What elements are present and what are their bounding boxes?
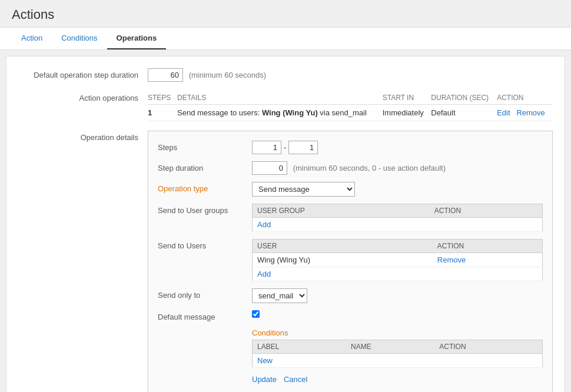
tab-action[interactable]: Action xyxy=(12,28,52,49)
send-only-to-label: Send only to xyxy=(158,288,252,300)
table-row: 1 Send message to users: Wing (Wing Yu) … xyxy=(148,105,553,121)
default-message-label: Default message xyxy=(158,310,252,321)
step-duration-row: Step duration (minimum 60 seconds, 0 - u… xyxy=(158,161,543,175)
step-duration-input[interactable] xyxy=(252,161,287,175)
user-groups-table: USER GROUP ACTION Add xyxy=(252,204,543,232)
cancel-link[interactable]: Cancel xyxy=(284,375,307,384)
conditions-sub-value: Conditions LABEL NAME ACTION xyxy=(252,328,543,384)
update-link[interactable]: Update xyxy=(252,375,277,384)
ug-col-group: USER GROUP xyxy=(253,204,430,218)
conditions-subheader: Conditions xyxy=(252,328,543,337)
ug-col-action: ACTION xyxy=(430,204,543,218)
edit-link[interactable]: Edit xyxy=(497,108,510,117)
operation-type-label: Operation type xyxy=(158,182,252,193)
operation-details-row: Operation details Steps - Ste xyxy=(18,131,553,392)
content-area: Default operation step duration (minimum… xyxy=(6,56,565,392)
step-from-input[interactable] xyxy=(252,141,281,154)
step-duration-hint: (minimum 60 seconds, 0 - use action defa… xyxy=(293,164,446,172)
op-action-links: Update Cancel xyxy=(252,375,543,384)
conditions-sub-row: Conditions LABEL NAME ACTION xyxy=(158,328,543,384)
step-to-input[interactable] xyxy=(288,141,318,154)
cond-new-row: New xyxy=(253,354,543,368)
default-duration-control: (minimum 60 seconds) xyxy=(148,68,553,82)
default-duration-hint: (minimum 60 seconds) xyxy=(189,71,267,79)
steps-label: Steps xyxy=(158,141,252,152)
col-start-in: START IN xyxy=(383,91,431,105)
ug-add-link[interactable]: Add xyxy=(257,220,271,229)
send-to-users-value: USER ACTION Wing (Wing Yu) Remove xyxy=(252,239,543,281)
tab-operations[interactable]: Operations xyxy=(107,28,167,49)
send-only-to-value: send_mail email sms xyxy=(252,288,543,303)
operation-type-value: Send message Send recovery message xyxy=(252,182,543,197)
steps-separator: - xyxy=(284,143,286,152)
default-message-checkbox[interactable] xyxy=(252,310,260,318)
u-add-link[interactable]: Add xyxy=(257,270,271,278)
send-to-users-label: Send to Users xyxy=(158,239,252,250)
user-groups-row: Send to User groups USER GROUP ACTION xyxy=(158,204,543,232)
step-duration-label: Step duration xyxy=(158,161,252,172)
tab-conditions[interactable]: Conditions xyxy=(52,28,107,49)
u-add-cell: Add xyxy=(253,267,543,281)
users-table: USER ACTION Wing (Wing Yu) Remove xyxy=(252,239,543,281)
u-col-action: ACTION xyxy=(433,240,543,253)
operation-details-box: Steps - Step duration (minimum 60 xyxy=(148,131,553,392)
cond-col-label: LABEL xyxy=(253,340,347,354)
page-header: Actions xyxy=(0,0,571,28)
user-name: Wing (Wing Yu) xyxy=(253,253,433,267)
user-groups-label: Send to User groups xyxy=(158,204,252,215)
cond-new-cell: New xyxy=(253,354,543,368)
steps-value: - xyxy=(252,141,543,154)
action-operations-row: Action operations STEPS DETAILS START IN… xyxy=(18,91,553,121)
tab-bar: Action Conditions Operations xyxy=(0,28,571,50)
default-duration-row: Default operation step duration (minimum… xyxy=(18,68,553,82)
conditions-new-link[interactable]: New xyxy=(257,356,273,365)
row-duration: Default xyxy=(431,105,497,121)
row-step: 1 xyxy=(148,105,177,121)
cond-col-name: NAME xyxy=(346,340,434,354)
conditions-table: LABEL NAME ACTION New xyxy=(252,340,543,368)
default-message-row: Default message xyxy=(158,310,543,321)
operation-type-select[interactable]: Send message Send recovery message xyxy=(252,182,355,197)
steps-inputs: - xyxy=(252,141,543,154)
send-to-users-row: Send to Users USER ACTION xyxy=(158,239,543,281)
operation-details-label: Operation details xyxy=(18,131,148,142)
row-details: Send message to users: Wing (Wing Yu) vi… xyxy=(177,105,383,121)
row-actions: Edit Remove xyxy=(497,105,553,121)
default-message-value xyxy=(252,310,543,318)
col-action: ACTION xyxy=(497,91,553,105)
send-only-to-select[interactable]: send_mail email sms xyxy=(252,288,307,303)
action-operations-label: Action operations xyxy=(18,91,148,102)
conditions-section: Conditions LABEL NAME ACTION xyxy=(252,328,543,368)
user-remove-link[interactable]: Remove xyxy=(437,255,466,264)
remove-link[interactable]: Remove xyxy=(516,108,545,117)
default-duration-input[interactable] xyxy=(148,68,183,82)
user-remove-cell: Remove xyxy=(433,253,543,267)
user-groups-value: USER GROUP ACTION Add xyxy=(252,204,543,232)
ug-add-row: Add xyxy=(253,218,543,232)
steps-row: Steps - xyxy=(158,141,543,154)
page-title: Actions xyxy=(12,7,559,22)
row-start-in: Immediately xyxy=(383,105,431,121)
col-steps: STEPS xyxy=(148,91,177,105)
action-operations-table-area: STEPS DETAILS START IN DURATION (SEC) AC… xyxy=(148,91,553,121)
operations-table: STEPS DETAILS START IN DURATION (SEC) AC… xyxy=(148,91,553,121)
user-row: Wing (Wing Yu) Remove xyxy=(253,253,543,267)
col-details: DETAILS xyxy=(177,91,383,105)
operation-type-row: Operation type Send message Send recover… xyxy=(158,182,543,197)
conditions-sub-label xyxy=(158,328,252,331)
u-add-row: Add xyxy=(253,267,543,281)
ug-add-cell: Add xyxy=(253,218,543,232)
cond-col-action: ACTION xyxy=(434,340,542,354)
default-duration-label: Default operation step duration xyxy=(18,68,148,79)
operation-details-box-area: Steps - Step duration (minimum 60 xyxy=(148,131,553,392)
u-col-user: USER xyxy=(253,240,433,253)
col-duration: DURATION (SEC) xyxy=(431,91,497,105)
step-duration-value: (minimum 60 seconds, 0 - use action defa… xyxy=(252,161,543,175)
send-only-to-row: Send only to send_mail email sms xyxy=(158,288,543,303)
row-details-text: Send message to users: Wing (Wing Yu) vi… xyxy=(177,108,367,117)
